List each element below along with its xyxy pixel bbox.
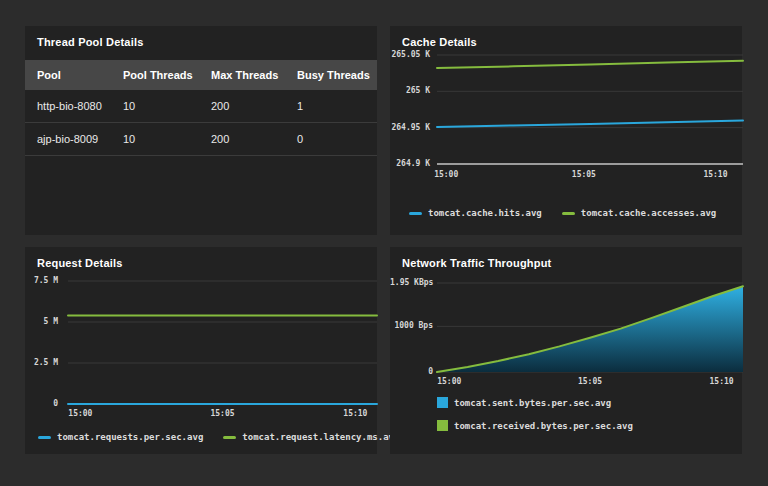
monitoring-dashboard: Thread Pool Details PoolPool ThreadsMax …: [0, 0, 768, 486]
request-plot-area[interactable]: [68, 281, 377, 404]
series-line-tomcat.cache.accesses.avg: [437, 61, 743, 68]
legend-swatch-icon: [437, 397, 448, 408]
legend-item-tomcat.sent.bytes.per.sec.avg[interactable]: tomcat.sent.bytes.per.sec.avg: [437, 397, 611, 408]
x-axis-label: 15:00: [437, 377, 461, 387]
network-chart[interactable]: 1.95 KBps1000 Bps015:0015:0515:10tomcat.…: [390, 247, 742, 454]
table-row: ajp-bio-8009102000: [25, 123, 377, 156]
x-axis-label: 15:10: [343, 409, 367, 419]
x-axis-label: 15:10: [710, 377, 734, 387]
legend-item-tomcat.requests.per.sec.avg[interactable]: tomcat.requests.per.sec.avg: [38, 432, 203, 442]
legend-swatch-icon: [223, 436, 236, 439]
legend-item-tomcat.request.latency.ms.avg[interactable]: tomcat.request.latency.ms.avg: [223, 432, 399, 442]
cache-plot-area[interactable]: [437, 55, 743, 164]
series-area-tomcat.sent.bytes.per.sec.avg: [437, 286, 743, 372]
y-axis-label: 7.5 M: [25, 276, 58, 286]
x-axis-label: 15:05: [210, 409, 234, 419]
panel-cache-details: Cache Details 265.05 K265 K264.95 K264.9…: [390, 26, 742, 235]
legend-swatch-icon: [409, 212, 422, 215]
legend-item-tomcat.cache.hits.avg[interactable]: tomcat.cache.hits.avg: [409, 208, 542, 218]
y-axis-label: 0: [25, 399, 58, 409]
x-axis-label: 15:00: [434, 170, 458, 180]
network-legend: tomcat.sent.bytes.per.sec.avgtomcat.rece…: [437, 397, 633, 431]
table-cell: 10: [123, 100, 211, 112]
table-cell: 10: [123, 133, 211, 145]
legend-item-tomcat.cache.accesses.avg[interactable]: tomcat.cache.accesses.avg: [562, 208, 716, 218]
table-row: http-bio-8080102001: [25, 90, 377, 123]
table-cell: 200: [211, 100, 297, 112]
legend-item-tomcat.received.bytes.per.sec.avg[interactable]: tomcat.received.bytes.per.sec.avg: [437, 420, 633, 431]
panel-request-details: Request Details 7.5 M5 M2.5 M015:0015:05…: [25, 247, 377, 454]
table-header-cell: Busy Threads: [297, 69, 377, 81]
table-header-cell: Pool: [37, 69, 123, 81]
y-axis-label: 1000 Bps: [390, 321, 433, 331]
request-chart[interactable]: 7.5 M5 M2.5 M015:0015:0515:10tomcat.requ…: [25, 247, 377, 454]
table-cell: 1: [297, 100, 377, 112]
table-header-cell: Pool Threads: [123, 69, 211, 81]
cache-legend: tomcat.cache.hits.avgtomcat.cache.access…: [409, 208, 716, 218]
legend-series-label: tomcat.request.latency.ms.avg: [242, 432, 399, 442]
y-axis-label: 1.95 KBps: [390, 278, 433, 288]
legend-swatch-icon: [437, 420, 448, 431]
x-axis-label: 15:10: [703, 170, 727, 180]
y-axis-label: 264.9 K: [390, 159, 430, 169]
legend-series-label: tomcat.sent.bytes.per.sec.avg: [454, 398, 611, 408]
y-axis-label: 2.5 M: [25, 358, 58, 368]
legend-swatch-icon: [38, 436, 51, 439]
panel-thread-pool: Thread Pool Details PoolPool ThreadsMax …: [25, 26, 377, 235]
legend-series-label: tomcat.received.bytes.per.sec.avg: [454, 421, 633, 431]
y-axis-label: 0: [390, 367, 433, 377]
table-header-cell: Max Threads: [211, 69, 297, 81]
legend-series-label: tomcat.requests.per.sec.avg: [57, 432, 203, 442]
y-axis-label: 5 M: [25, 317, 58, 327]
network-plot-area[interactable]: [437, 283, 743, 372]
series-line-tomcat.cache.hits.avg: [437, 120, 743, 127]
y-axis-label: 264.95 K: [390, 123, 430, 133]
y-axis-label: 265 K: [390, 86, 430, 96]
x-axis-label: 15:05: [578, 377, 602, 387]
x-axis-label: 15:05: [572, 170, 596, 180]
cache-chart[interactable]: 265.05 K265 K264.95 K264.9 K15:0015:0515…: [390, 26, 742, 235]
thread-pool-panel-title: Thread Pool Details: [37, 36, 144, 48]
table-cell: 0: [297, 133, 377, 145]
table-cell: http-bio-8080: [37, 100, 123, 112]
request-legend: tomcat.requests.per.sec.avgtomcat.reques…: [38, 432, 399, 442]
x-axis-label: 15:00: [68, 409, 92, 419]
panel-network-traffic: Network Traffic Throughput 1.95 KBps1000…: [390, 247, 742, 454]
thread-pool-table: PoolPool ThreadsMax ThreadsBusy Threadsh…: [25, 60, 377, 156]
legend-series-label: tomcat.cache.hits.avg: [428, 208, 542, 218]
table-cell: 200: [211, 133, 297, 145]
legend-swatch-icon: [562, 212, 575, 215]
table-header-row: PoolPool ThreadsMax ThreadsBusy Threads: [25, 60, 377, 90]
table-cell: ajp-bio-8009: [37, 133, 123, 145]
y-axis-label: 265.05 K: [390, 50, 430, 60]
legend-series-label: tomcat.cache.accesses.avg: [581, 208, 716, 218]
